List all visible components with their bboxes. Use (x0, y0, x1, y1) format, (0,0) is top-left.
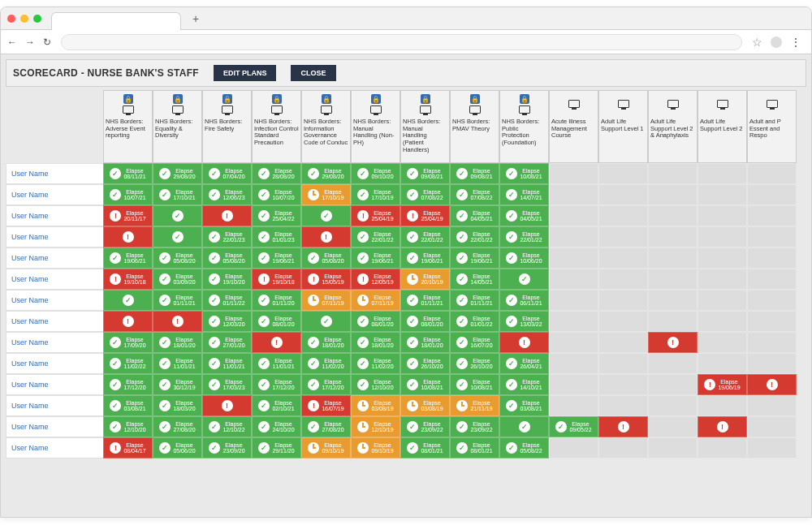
status-cell[interactable]: Elapse12/06/23 (202, 184, 252, 205)
status-cell[interactable]: Elapse20/11/17 (103, 205, 153, 226)
browser-tab[interactable] (51, 12, 181, 30)
status-cell[interactable]: Elapse17/12/20 (301, 374, 351, 395)
status-cell[interactable]: Elapse04/05/21 (499, 205, 549, 226)
profile-avatar-icon[interactable] (771, 37, 782, 48)
status-cell[interactable]: Elapse22/01/23 (202, 226, 252, 247)
column-header[interactable]: 🔒NHS Borders: Fire Safety (202, 90, 252, 163)
user-link[interactable]: User Name (11, 402, 49, 410)
status-cell[interactable] (103, 226, 153, 247)
status-cell[interactable] (598, 416, 648, 437)
new-tab-button[interactable]: + (192, 12, 199, 25)
status-cell[interactable]: Elapse29/08/20 (153, 163, 202, 184)
status-cell[interactable]: Elapse22/01/22 (351, 226, 400, 247)
status-cell[interactable]: Elapse04/05/21 (450, 205, 499, 226)
status-cell[interactable]: Elapse27/01/20 (202, 332, 252, 353)
status-cell[interactable]: Elapse17/10/21 (153, 184, 202, 205)
status-cell[interactable]: Elapse26/10/20 (400, 353, 450, 374)
status-cell[interactable]: Elapse25/04/22 (252, 205, 301, 226)
column-header[interactable]: 🔒NHS Borders: Equality & Diversity (153, 90, 202, 163)
status-cell[interactable]: Elapse17/10/19 (301, 184, 351, 205)
status-cell[interactable]: Elapse17/03/23 (202, 374, 252, 395)
status-cell[interactable]: Elapse10/07/20 (252, 184, 301, 205)
user-link[interactable]: User Name (11, 233, 49, 241)
status-cell[interactable]: Elapse11/02/22 (103, 353, 153, 374)
status-cell[interactable] (499, 269, 549, 290)
status-cell[interactable] (153, 226, 202, 247)
status-cell[interactable]: Elapse01/11/22 (202, 290, 252, 311)
status-cell[interactable]: Elapse08/01/20 (252, 311, 301, 332)
status-cell[interactable]: Elapse03/08/21 (499, 395, 549, 416)
status-cell[interactable]: Elapse11/01/21 (153, 353, 202, 374)
status-cell[interactable]: Elapse29/11/20 (252, 437, 301, 458)
status-cell[interactable]: Elapse15/05/19 (301, 269, 351, 290)
status-cell[interactable]: Elapse05/08/20 (301, 247, 351, 269)
status-cell[interactable]: Elapse12/10/22 (202, 416, 252, 437)
bookmark-icon[interactable]: ☆ (752, 36, 762, 49)
status-cell[interactable]: Elapse07/08/22 (450, 184, 499, 205)
status-cell[interactable]: Elapse14/05/21 (450, 269, 499, 290)
status-cell[interactable]: Elapse18/03/20 (153, 395, 202, 416)
status-cell[interactable]: Elapse10/08/21 (499, 163, 549, 184)
status-cell[interactable]: Elapse01/11/21 (153, 290, 202, 311)
reload-button[interactable]: ↻ (43, 37, 51, 48)
status-cell[interactable]: Elapse21/11/19 (450, 395, 499, 416)
status-cell[interactable]: Elapse08/01/20 (351, 311, 400, 332)
status-cell[interactable]: Elapse22/01/22 (450, 226, 499, 247)
status-cell[interactable]: Elapse01/01/23 (252, 226, 301, 247)
status-cell[interactable]: Elapse19/10/18 (252, 269, 301, 290)
status-cell[interactable] (499, 416, 549, 437)
status-cell[interactable]: Elapse11/01/21 (252, 353, 301, 374)
status-cell[interactable] (252, 332, 301, 353)
status-cell[interactable]: Elapse23/09/20 (202, 437, 252, 458)
status-cell[interactable]: Elapse14/10/21 (499, 374, 549, 395)
column-header[interactable]: Adult Life Support Level 1 (598, 90, 648, 163)
status-cell[interactable]: Elapse07/11/19 (351, 290, 400, 311)
status-cell[interactable]: Elapse18/01/20 (400, 332, 450, 353)
user-link[interactable]: User Name (11, 359, 49, 368)
column-header[interactable]: 🔒NHS Borders: Information Governance Cod… (301, 90, 351, 163)
status-cell[interactable]: Elapse10/07/21 (103, 184, 153, 205)
column-header[interactable]: 🔒NHS Borders: Adverse Event reporting (103, 90, 153, 163)
status-cell[interactable]: Elapse19/10/18 (103, 269, 153, 290)
column-header[interactable]: 🔒NHS Borders: Manual Handling (Patient H… (400, 90, 450, 163)
column-header[interactable]: Acute Illness Management Course (549, 90, 598, 163)
status-cell[interactable]: Elapse27/08/20 (301, 416, 351, 437)
status-cell[interactable]: Elapse03/09/20 (153, 269, 202, 290)
status-cell[interactable]: Elapse03/08/19 (351, 395, 400, 416)
status-cell[interactable]: Elapse16/07/20 (450, 332, 499, 353)
status-cell[interactable] (747, 374, 797, 395)
user-link[interactable]: User Name (11, 212, 49, 220)
status-cell[interactable]: Elapse26/04/21 (499, 353, 549, 374)
status-cell[interactable]: Elapse09/08/21 (450, 163, 499, 184)
status-cell[interactable]: Elapse19/06/21 (103, 247, 153, 269)
status-cell[interactable] (202, 395, 252, 416)
status-cell[interactable]: Elapse28/08/20 (252, 163, 301, 184)
status-cell[interactable]: Elapse17/12/20 (103, 374, 153, 395)
status-cell[interactable]: Elapse19/06/21 (450, 247, 499, 269)
status-cell[interactable]: Elapse17/12/20 (252, 374, 301, 395)
status-cell[interactable]: Elapse05/06/20 (153, 437, 202, 458)
status-cell[interactable]: Elapse03/08/19 (400, 395, 450, 416)
user-link[interactable]: User Name (11, 191, 49, 199)
status-cell[interactable]: Elapse23/09/22 (450, 416, 499, 437)
status-cell[interactable]: Elapse10/06/20 (499, 247, 549, 269)
status-cell[interactable] (499, 332, 549, 353)
status-cell[interactable]: Elapse12/10/20 (351, 374, 400, 395)
status-cell[interactable] (103, 290, 153, 311)
status-cell[interactable]: Elapse19/06/21 (400, 247, 450, 269)
status-cell[interactable]: Elapse20/10/19 (400, 269, 450, 290)
column-header[interactable]: 🔒NHS Borders: Manual Handling (Non-PH) (351, 90, 400, 163)
status-cell[interactable]: Elapse14/07/21 (499, 184, 549, 205)
status-cell[interactable]: Elapse29/08/20 (301, 163, 351, 184)
status-cell[interactable] (153, 205, 202, 226)
status-cell[interactable]: Elapse19/10/20 (202, 269, 252, 290)
status-cell[interactable]: Elapse17/10/19 (351, 184, 400, 205)
status-cell[interactable]: Elapse08/01/21 (450, 437, 499, 458)
user-link[interactable]: User Name (11, 317, 49, 325)
status-cell[interactable]: Elapse12/10/19 (351, 416, 400, 437)
status-cell[interactable]: Elapse03/08/21 (103, 395, 153, 416)
status-cell[interactable]: Elapse11/01/21 (202, 353, 252, 374)
status-cell[interactable]: Elapse23/09/22 (400, 416, 450, 437)
status-cell[interactable]: Elapse01/11/20 (252, 290, 301, 311)
status-cell[interactable]: Elapse09/10/19 (301, 437, 351, 458)
